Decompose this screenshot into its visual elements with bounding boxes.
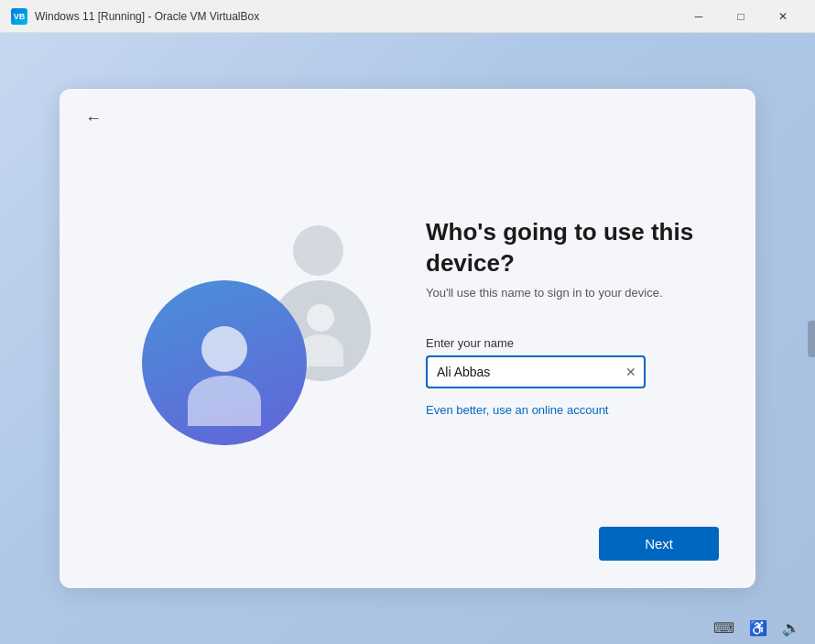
- dialog-footer: Next: [60, 527, 755, 588]
- bottom-bar: ⌨ ♿ 🔊: [0, 611, 815, 644]
- back-button[interactable]: ←: [78, 105, 109, 132]
- keyboard-icon[interactable]: ⌨: [713, 619, 734, 637]
- page-title: Who's going to use this device?: [426, 217, 701, 279]
- online-account-link[interactable]: Even better, use an online account: [426, 403, 701, 417]
- clear-input-button[interactable]: ✕: [622, 363, 640, 381]
- avatar-big-person: [179, 326, 270, 418]
- page-subtitle: You'll use this name to sign in to your …: [426, 286, 701, 300]
- avatar-big-head: [201, 326, 247, 372]
- titlebar: VB Windows 11 [Running] - Oracle VM Virt…: [0, 0, 815, 33]
- input-wrapper: ✕: [426, 355, 646, 388]
- user-illustration: [114, 180, 389, 473]
- clear-icon: ✕: [625, 365, 636, 379]
- avatar-small: [293, 225, 343, 276]
- next-button[interactable]: Next: [599, 527, 719, 561]
- close-button[interactable]: ✕: [762, 0, 804, 33]
- form-side: Who's going to use this device? You'll u…: [389, 217, 701, 418]
- accessibility-icon[interactable]: ♿: [749, 619, 767, 637]
- minimize-button[interactable]: ─: [678, 0, 720, 33]
- app-icon: VB: [11, 8, 27, 25]
- name-input[interactable]: [426, 355, 646, 388]
- avatar-medium-head: [307, 304, 334, 332]
- avatar-big: [142, 280, 307, 445]
- scroll-handle[interactable]: [808, 321, 815, 357]
- main-container: ←: [0, 33, 815, 644]
- volume-icon[interactable]: 🔊: [782, 619, 800, 637]
- window-title: Windows 11 [Running] - Oracle VM Virtual…: [35, 10, 678, 23]
- window-controls: ─ □ ✕: [678, 0, 804, 33]
- input-label: Enter your name: [426, 336, 701, 350]
- avatar-big-body: [188, 376, 261, 426]
- dialog-content: Who's going to use this device? You'll u…: [60, 89, 755, 527]
- setup-dialog: ←: [60, 89, 755, 588]
- maximize-button[interactable]: □: [720, 0, 762, 33]
